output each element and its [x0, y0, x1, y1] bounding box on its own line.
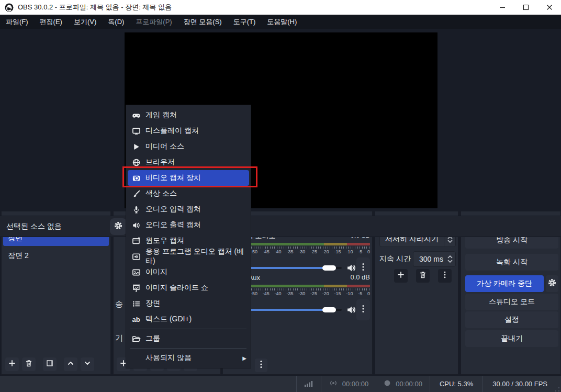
menu-separator: [130, 348, 246, 349]
menu-item-audio-input-capture[interactable]: 오디오 입력 캡쳐: [126, 201, 251, 217]
settings-button[interactable]: 설정: [465, 311, 558, 328]
duration-label: 지속 시간: [379, 254, 411, 264]
transition-buttons: [375, 269, 458, 283]
remove-transition-button[interactable]: [416, 269, 430, 283]
menu-view[interactable]: 보기(V): [68, 15, 102, 29]
brush-icon: [131, 189, 141, 198]
menu-item-image-slideshow[interactable]: 이미지 슬라이드 쇼: [126, 280, 251, 296]
menu-item-text-gdi[interactable]: ab텍스트 (GDI+): [126, 311, 251, 327]
speaker-icon[interactable]: [346, 305, 356, 315]
add-source-context-menu: 게임 캡쳐 디스플레이 캡쳐 미디어 소스 브라우저 비디오 캡쳐 장치 색상 …: [126, 105, 251, 368]
menu-item-deprecated[interactable]: 사용되지 않음▶: [126, 350, 251, 366]
add-scene-button[interactable]: [5, 357, 19, 371]
minimize-button[interactable]: [490, 0, 514, 15]
record-icon: [383, 379, 391, 389]
fps-indicator: 30.00 / 30.00 FPS: [483, 380, 561, 388]
exit-button[interactable]: 끝내기: [465, 330, 558, 347]
stream-icon: [329, 379, 338, 389]
dots-vertical-icon: [360, 262, 367, 274]
menu-item-group[interactable]: 그룹: [126, 331, 251, 346]
source-item-fragment: 송: [115, 299, 123, 309]
source-context-toolbar: 선택된 소스 없음: [0, 216, 561, 237]
transition-options-button[interactable]: [438, 269, 452, 283]
menu-item-audio-output-capture[interactable]: 오디오 출력 캡쳐: [126, 217, 251, 233]
folder-icon: [131, 334, 141, 343]
studio-mode-button[interactable]: 스튜디오 모드: [465, 294, 558, 310]
slider-handle[interactable]: [322, 265, 336, 271]
start-recording-button[interactable]: 녹화 시작: [465, 254, 558, 271]
record-timer: 00:00:00: [376, 379, 430, 389]
maximize-button[interactable]: [514, 0, 537, 15]
window-title: OBS 30.0.2 - 프로파일: 제목 없음 - 장면: 제목 없음: [18, 3, 172, 12]
channel-level: 0.0 dB: [350, 273, 370, 283]
scene-item-label: 장면 2: [8, 251, 29, 261]
window-icon: [131, 237, 141, 245]
title-bar[interactable]: OBS 30.0.2 - 프로파일: 제목 없음 - 장면: 제목 없음: [0, 0, 561, 15]
spinbox-arrows[interactable]: [445, 255, 455, 263]
menu-item-window-capture[interactable]: 윈도우 캡쳐: [126, 233, 251, 249]
record-time: 00:00:00: [396, 380, 422, 388]
menu-profile[interactable]: 프로파일(P): [130, 15, 177, 29]
source-properties-button[interactable]: [110, 218, 127, 235]
speaker-icon[interactable]: [346, 263, 356, 273]
remove-scene-button[interactable]: [22, 357, 36, 371]
obs-logo-icon: [5, 3, 14, 12]
stop-virtual-camera-button[interactable]: 가상 카메라 중단: [465, 275, 544, 292]
menu-item-image[interactable]: 이미지: [126, 264, 251, 280]
plus-icon: [397, 271, 405, 281]
dots-vertical-icon: [360, 304, 367, 316]
signal-bars-icon: [304, 379, 313, 388]
menu-item-scene[interactable]: 장면: [126, 296, 251, 311]
filter-icon: [46, 359, 54, 369]
menu-docks[interactable]: 독(D): [102, 15, 130, 29]
speaker-icon: [131, 221, 141, 230]
menu-help[interactable]: 도움말(H): [261, 15, 302, 29]
gamepad-icon: [131, 111, 141, 120]
scene-icon: [131, 299, 141, 308]
move-scene-up-button[interactable]: [64, 357, 77, 371]
gear-icon: [547, 278, 557, 289]
no-source-selected-label: 선택된 소스 없음: [6, 222, 62, 231]
dots-vertical-icon: [257, 360, 265, 371]
menu-item-media-source[interactable]: 미디어 소스: [126, 139, 251, 154]
globe-icon: [131, 158, 141, 167]
play-icon: [131, 142, 141, 151]
menu-separator: [130, 329, 246, 329]
menu-item-display-capture[interactable]: 디스플레이 캡쳐: [126, 123, 251, 139]
mixer-options-button[interactable]: [255, 359, 267, 372]
menu-file[interactable]: 파일(F): [0, 15, 34, 29]
menu-tools[interactable]: 도구(T): [228, 15, 262, 29]
image-icon: [131, 268, 141, 277]
menu-item-application-audio-capture[interactable]: 응용 프로그램 오디오 캡처 (베타): [126, 249, 251, 264]
submenu-arrow-icon: ▶: [242, 355, 246, 361]
virtual-camera-settings-button[interactable]: [546, 275, 558, 292]
obs-window: 선택된 소스 없음 장면 목록 장면 장면 2: [0, 0, 561, 392]
trash-icon: [419, 271, 427, 281]
chevron-down-icon: [83, 359, 92, 369]
status-bar: 00:00:00 00:00:00 CPU: 5.3% 30.00 / 30.0…: [0, 376, 561, 392]
move-scene-down-button[interactable]: [81, 357, 94, 371]
menu-edit[interactable]: 편집(E): [34, 15, 68, 29]
scene-toolbar: [2, 356, 110, 373]
slider-handle[interactable]: [322, 307, 336, 312]
chevron-up-icon: [66, 359, 75, 369]
scene-item[interactable]: 장면 2: [3, 248, 109, 264]
text-icon: ab: [131, 316, 141, 323]
dots-vertical-icon: [441, 271, 448, 281]
menu-item-color-source[interactable]: 색상 소스: [126, 186, 251, 201]
close-button[interactable]: [537, 0, 561, 15]
add-transition-button[interactable]: [394, 269, 408, 283]
menu-item-game-capture[interactable]: 게임 캡쳐: [126, 107, 251, 123]
gear-icon: [114, 221, 123, 232]
kbps-indicator: [297, 379, 321, 388]
plus-icon: [8, 359, 16, 369]
resize-grip-icon[interactable]: [555, 386, 560, 391]
slideshow-icon: [131, 284, 141, 293]
app-audio-icon: [131, 252, 141, 261]
duration-spinbox[interactable]: 300 ms: [413, 251, 456, 267]
channel-options-button[interactable]: [356, 299, 370, 320]
trash-icon: [25, 359, 33, 369]
scene-filters-button[interactable]: [43, 357, 57, 371]
menu-scene-collection[interactable]: 장면 모음(S): [178, 15, 228, 29]
duration-row: 지속 시간 300 ms: [379, 251, 456, 267]
